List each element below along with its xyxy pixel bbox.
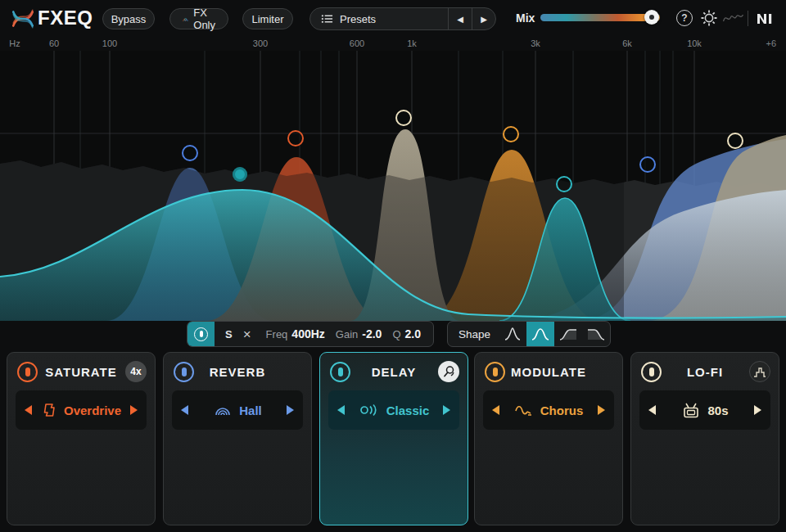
ping-pong-badge[interactable] bbox=[438, 361, 459, 382]
shape-peak-icon bbox=[503, 327, 522, 341]
eq-band-handle-reverb-high[interactable] bbox=[639, 156, 656, 173]
mode-next-arrow[interactable] bbox=[443, 405, 450, 415]
lofi-mode-selector[interactable]: 80s bbox=[639, 390, 770, 430]
preset-next-button[interactable]: ▶ bbox=[472, 8, 495, 29]
freq-tick-1k: 1k bbox=[407, 38, 417, 48]
eq-curves-canvas bbox=[0, 51, 786, 321]
shape-label: Shape bbox=[458, 328, 490, 340]
app-title: FXEQ bbox=[38, 7, 93, 29]
module-title: REVERB bbox=[164, 365, 311, 379]
freq-tick-100: 100 bbox=[102, 38, 117, 48]
band-close-icon[interactable]: × bbox=[243, 327, 251, 341]
shape-bell-button[interactable] bbox=[526, 321, 554, 347]
saturate-mode-selector[interactable]: Overdrive bbox=[16, 390, 147, 430]
band-shape-toolbar: Shape bbox=[447, 321, 611, 347]
mode-prev-arrow[interactable] bbox=[181, 405, 188, 415]
freq-axis-unit: Hz bbox=[9, 38, 20, 48]
eq-band-handle-lofi-high[interactable] bbox=[727, 133, 743, 149]
selected-band-toolbar: S × Freq 400Hz Gain -2.0 Q 2.0 bbox=[187, 321, 434, 347]
module-card-modulate[interactable]: MODULATE Chorus ♪ Rate Depth bbox=[474, 352, 623, 525]
settings-gear-icon[interactable] bbox=[700, 9, 718, 27]
fxeq-logo-icon bbox=[11, 7, 35, 30]
module-card-delay[interactable]: DELAY Classic ♪ Time Feedback bbox=[319, 352, 468, 525]
band-gain-label: Gain bbox=[336, 328, 358, 340]
shape-low-shelf-icon bbox=[558, 327, 578, 341]
mode-prev-arrow[interactable] bbox=[25, 405, 32, 415]
mode-next-arrow[interactable] bbox=[130, 405, 138, 415]
chorus-wave-icon bbox=[514, 403, 534, 417]
mode-value: 80s bbox=[707, 404, 728, 417]
freq-tick-600: 600 bbox=[350, 38, 364, 48]
band-solo-button[interactable]: S bbox=[225, 328, 233, 340]
mode-value: Overdrive bbox=[64, 404, 121, 417]
fxeq-plugin-window: FXEQ Bypass FX Only Limiter Presets ◀ ▶ … bbox=[0, 0, 786, 532]
modulate-mode-selector[interactable]: Chorus bbox=[483, 390, 614, 430]
fx-only-button[interactable]: FX Only bbox=[169, 8, 228, 29]
mix-slider-handle[interactable] bbox=[644, 10, 659, 25]
band-freq-label: Freq bbox=[266, 328, 288, 340]
mix-label: Mix bbox=[516, 11, 535, 25]
eq-band-handle-reverb-low[interactable] bbox=[182, 145, 198, 161]
classic-delay-icon bbox=[359, 402, 380, 418]
delay-mode-selector[interactable]: Classic bbox=[328, 390, 459, 430]
hall-reverb-icon bbox=[213, 402, 233, 418]
shape-high-shelf-icon bbox=[586, 327, 606, 341]
eq-band-handle-delay-selected[interactable] bbox=[233, 167, 247, 182]
band-power-button[interactable] bbox=[187, 321, 215, 347]
mix-slider[interactable] bbox=[540, 14, 660, 21]
arrow-right-icon: ▶ bbox=[481, 15, 487, 24]
mode-value: Chorus bbox=[540, 404, 584, 417]
eq-band-handle-delay-2[interactable] bbox=[556, 176, 572, 192]
bitcrush-badge[interactable] bbox=[749, 361, 770, 382]
freq-tick-10k: 10k bbox=[687, 38, 702, 48]
mode-value: Classic bbox=[386, 404, 430, 417]
ni-logo-icon bbox=[755, 11, 775, 25]
band-gain-value[interactable]: -2.0 bbox=[362, 327, 382, 340]
module-title: MODULATE bbox=[475, 365, 622, 379]
ping-pong-icon bbox=[442, 365, 455, 378]
eq-band-handle-modulate[interactable] bbox=[503, 126, 519, 142]
mode-prev-arrow[interactable] bbox=[492, 405, 499, 415]
power-icon bbox=[194, 327, 208, 341]
limiter-button[interactable]: Limiter bbox=[242, 8, 293, 29]
stairstep-wave-icon bbox=[753, 367, 766, 377]
bypass-button[interactable]: Bypass bbox=[102, 8, 155, 29]
topbar-divider bbox=[748, 11, 748, 26]
presets-label: Presets bbox=[340, 13, 376, 25]
arrow-left-icon: ◀ bbox=[457, 15, 463, 24]
module-card-saturate[interactable]: SATURATE 4x Overdrive Drive Tilt bbox=[7, 352, 156, 525]
module-card-reverb[interactable]: REVERB Hall ♪ ♪ Pre-Delay Decay bbox=[163, 352, 312, 525]
presets-selector[interactable]: Presets ◀ ▶ bbox=[309, 7, 496, 30]
eq-band-handle-saturate[interactable] bbox=[287, 130, 304, 147]
band-freq-value[interactable]: 400Hz bbox=[291, 327, 324, 340]
preset-prev-button[interactable]: ◀ bbox=[448, 8, 472, 29]
freq-tick-60: 60 bbox=[49, 38, 59, 48]
shape-bell-icon bbox=[531, 327, 550, 341]
mode-prev-arrow[interactable] bbox=[648, 405, 656, 415]
help-button[interactable]: ? bbox=[676, 10, 693, 26]
freq-tick-3k: 3k bbox=[531, 38, 540, 48]
overdrive-icon bbox=[41, 402, 57, 418]
gain-tick-plus6: +6 bbox=[766, 38, 776, 48]
mode-prev-arrow[interactable] bbox=[337, 405, 345, 415]
shape-high-shelf-button[interactable] bbox=[582, 321, 610, 347]
eq-display[interactable] bbox=[0, 51, 786, 321]
shape-peak-button[interactable] bbox=[499, 321, 526, 347]
freq-tick-300: 300 bbox=[253, 38, 268, 48]
mode-next-arrow[interactable] bbox=[598, 405, 605, 415]
preset-list-icon bbox=[321, 14, 333, 24]
module-card-lofi[interactable]: LO-FI 80s Wear Wobble bbox=[630, 352, 779, 525]
band-q-value[interactable]: 2.0 bbox=[405, 327, 421, 340]
oversampling-badge: 4x bbox=[125, 361, 147, 382]
mode-next-arrow[interactable] bbox=[287, 405, 294, 415]
mode-next-arrow[interactable] bbox=[754, 405, 761, 415]
mode-value: Hall bbox=[239, 404, 262, 417]
freq-tick-6k: 6k bbox=[622, 38, 632, 48]
retro-tv-icon bbox=[681, 402, 701, 419]
eq-band-handle-lofi-mid[interactable] bbox=[395, 110, 412, 126]
band-q-label: Q bbox=[392, 328, 400, 340]
fx-only-bells-icon bbox=[183, 14, 188, 25]
reverb-mode-selector[interactable]: Hall bbox=[172, 390, 303, 430]
shape-low-shelf-button[interactable] bbox=[554, 321, 582, 347]
izotope-signature-icon bbox=[722, 11, 744, 25]
